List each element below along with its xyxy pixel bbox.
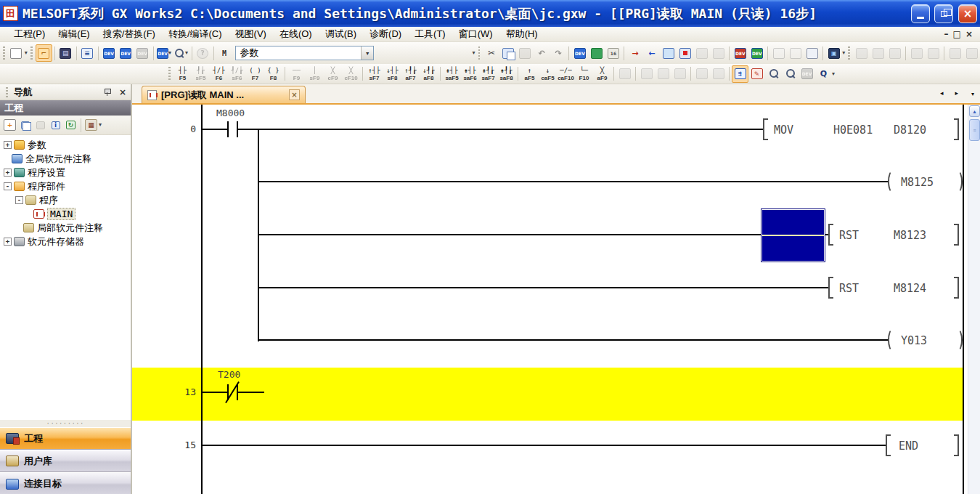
app-icon[interactable]: 田 [3, 6, 18, 21]
mdi-minimize-button[interactable]: – [944, 29, 949, 39]
tab-scroll-right-button[interactable]: ▸ [955, 89, 958, 97]
nav-button-connection[interactable]: 连接目标 [0, 472, 131, 494]
device-comment-edit-button[interactable]: DEV [571, 44, 588, 62]
refresh-button[interactable]: ↻ [65, 119, 77, 131]
toolbar-grip[interactable] [478, 46, 481, 60]
hex-display-button[interactable]: 16 [605, 44, 621, 62]
toolbar-grip[interactable] [30, 46, 33, 60]
toolbar-overflow-chevron[interactable]: ▾ [842, 50, 845, 56]
navigation-window-toggle[interactable]: ⌐ [36, 44, 52, 62]
tree-item-program-setting[interactable]: + 程序设置 [0, 166, 131, 179]
nav-button-user-library[interactable]: 用户库 [0, 450, 131, 472]
device-batch-monitor-button[interactable]: DEV [118, 44, 134, 62]
device-comment-search-button[interactable]: DEV [101, 44, 118, 62]
toolbar-grip[interactable] [848, 46, 850, 60]
key-falling-pulse[interactable]: ↓┤├sF8 [383, 65, 401, 83]
expand-icon[interactable]: + [4, 169, 12, 177]
menu-project[interactable]: 工程(P) [7, 27, 52, 41]
tab-main-program[interactable]: [PRG]读取 MAIN ... × [142, 86, 306, 103]
key-closed-contact[interactable]: ┤/├F6 [210, 65, 228, 83]
key-coil[interactable]: ( )F7 [246, 65, 264, 83]
key-falling-pulse-close[interactable]: ⇟┤├saF6 [461, 65, 479, 83]
key-or-falling-pulse-close[interactable]: ⇟┦┟saF8 [497, 65, 515, 83]
key-draw-line[interactable]: └─F10 [575, 65, 593, 83]
monitor-watch-button[interactable] [765, 65, 782, 83]
collapse-icon[interactable]: - [4, 182, 12, 190]
mdi-restore-button[interactable]: □ [953, 29, 961, 39]
expand-icon[interactable]: + [4, 238, 12, 246]
zoom-button[interactable]: Q [815, 65, 832, 83]
watch-window-button[interactable]: ≡ [79, 44, 96, 62]
window-arrange-button[interactable] [804, 44, 820, 62]
expand-icon[interactable]: + [4, 141, 12, 149]
ladder-canvas[interactable]: 0 M8000 MOV H0E081 D8120 M8125 RST M8123… [132, 105, 980, 494]
new-item-button[interactable]: + [4, 119, 16, 131]
key-rising-pulse-close[interactable]: ⇞┤├saF5 [443, 65, 461, 83]
copy-item-button[interactable] [19, 119, 31, 131]
pin-icon[interactable] [104, 89, 110, 95]
device-display-button[interactable]: DEV▾ [156, 44, 173, 62]
vertical-scrollbar[interactable]: ▲ ≡ [968, 105, 980, 494]
toolbar-overflow-chevron[interactable]: ▾ [832, 71, 835, 77]
sort-dropdown-chevron[interactable]: ▾ [99, 122, 102, 128]
key-rising-pulse[interactable]: ↑┤├sF7 [365, 65, 383, 83]
menu-edit[interactable]: 编辑(E) [52, 27, 96, 41]
menu-find-replace[interactable]: 搜索/替换(F) [97, 27, 162, 41]
device-test-on-button[interactable]: DEV [748, 44, 765, 62]
tab-menu-button[interactable]: ▾ [971, 91, 974, 97]
monitor-mode-button[interactable]: ⇶ [732, 65, 748, 83]
key-or-falling-pulse[interactable]: ↓┦┟aF8 [420, 65, 438, 83]
panel-close-button[interactable]: × [118, 87, 128, 97]
restore-button[interactable] [934, 4, 953, 23]
plc-module-button[interactable]: ▤ [57, 44, 74, 62]
tree-item-program[interactable]: - 程序 [0, 193, 131, 207]
copy-button[interactable] [499, 44, 516, 62]
remote-operation-button[interactable]: ▣ [825, 44, 842, 62]
monitor-register-button[interactable] [782, 65, 799, 83]
mdi-close-button[interactable]: × [965, 29, 973, 39]
write-to-plc-button[interactable]: → [626, 44, 643, 62]
key-or-rising-pulse[interactable]: ↑┦┟aF7 [401, 65, 420, 83]
scrollbar-thumb[interactable]: ≡ [969, 119, 980, 141]
tree-item-main[interactable]: MAIN [0, 207, 131, 221]
property-button[interactable]: i [49, 119, 62, 131]
panel-grip[interactable] [6, 87, 8, 97]
key-delete-line[interactable]: ╳aF9 [593, 65, 611, 83]
key-convert-operation[interactable]: ↓caF5 [539, 65, 557, 83]
toolbar-grip[interactable] [3, 46, 5, 60]
key-or-rising-pulse-close[interactable]: ⇞┦┟saF7 [479, 65, 497, 83]
cut-button[interactable]: ✂ [483, 44, 499, 62]
menu-tool[interactable]: 工具(T) [408, 27, 452, 41]
minimize-button[interactable] [911, 4, 930, 23]
key-open-contact[interactable]: ┤├F5 [173, 65, 192, 83]
monitor-start-button[interactable] [660, 44, 677, 62]
monitor-screen-button[interactable] [588, 44, 605, 62]
cross-reference-button[interactable]: M [216, 44, 232, 62]
tree-item-local-comment[interactable]: 局部软元件注释 [0, 221, 131, 235]
tree-item-pou[interactable]: - 程序部件 [0, 179, 131, 193]
device-test-off-button[interactable]: DEV [732, 44, 748, 62]
menu-diagnostics[interactable]: 诊断(D) [363, 27, 408, 41]
search-target-combobox[interactable]: 参数 ▼ [235, 46, 374, 60]
menu-view[interactable]: 视图(V) [229, 27, 273, 41]
read-from-plc-button[interactable]: ← [643, 44, 660, 62]
menu-debug[interactable]: 调试(B) [319, 27, 363, 41]
new-project-button[interactable] [8, 44, 25, 62]
menu-window[interactable]: 窗口(W) [452, 27, 499, 41]
toolbar-overflow-chevron[interactable]: ▾ [473, 50, 475, 56]
key-invert-result[interactable]: ─/─caF10 [557, 65, 575, 83]
tree-item-global-comment[interactable]: 全局软元件注释 [0, 152, 131, 166]
tab-scroll-left-button[interactable]: ◂ [940, 89, 944, 97]
tab-close-button[interactable]: × [289, 89, 300, 100]
monitor-write-mode-button[interactable]: ✎ [748, 65, 765, 83]
menu-help[interactable]: 帮助(H) [499, 27, 544, 41]
monitor-stop-button[interactable] [677, 44, 693, 62]
nav-button-project[interactable]: 工程 [0, 427, 131, 450]
toolbar-grip[interactable] [168, 67, 171, 81]
combobox-dropdown-button[interactable]: ▼ [361, 46, 373, 60]
sort-button[interactable]: ▦ [85, 119, 97, 131]
panel-resize-grip[interactable]: ········· [0, 420, 131, 427]
menu-convert-compile[interactable]: 转换/编译(C) [162, 27, 229, 41]
scroll-up-button[interactable]: ▲ [969, 105, 980, 117]
close-button[interactable]: × [958, 4, 977, 23]
